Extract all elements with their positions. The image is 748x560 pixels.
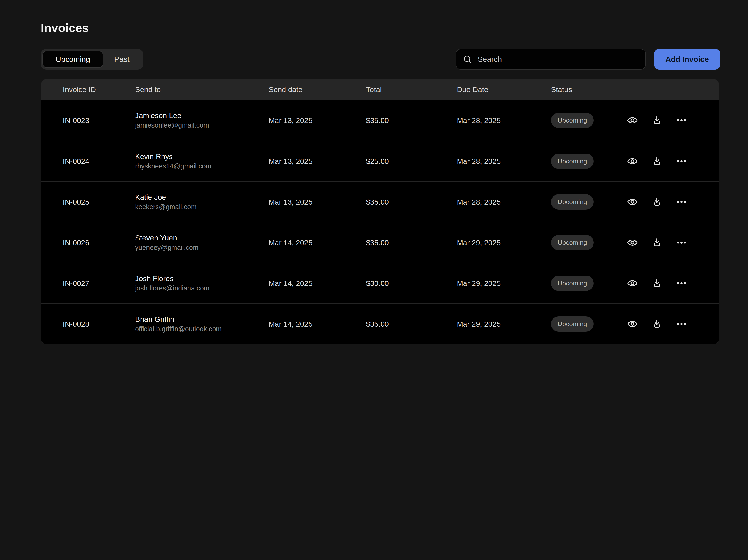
download-icon: [651, 237, 663, 248]
total-cell: $25.00: [366, 157, 457, 166]
status-badge: Upcoming: [551, 153, 594, 169]
send-date-cell: Mar 14, 2025: [268, 320, 366, 328]
more-actions-button[interactable]: [675, 196, 687, 208]
due-date-cell: Mar 28, 2025: [457, 198, 551, 206]
due-date-cell: Mar 29, 2025: [457, 320, 551, 328]
tab-past[interactable]: Past: [103, 51, 141, 67]
send-date-cell: Mar 13, 2025: [268, 116, 366, 125]
download-icon: [651, 155, 663, 167]
eye-icon: [627, 318, 638, 330]
eye-icon: [627, 277, 638, 289]
status-cell: Upcoming: [551, 276, 626, 291]
table-header-row: Invoice ID Send to Send date Total Due D…: [41, 79, 719, 100]
send-to-cell: Kevin Rhys rhysknees14@gmail.com: [135, 151, 268, 171]
invoices-page: Invoices Upcoming Past Add Invoice Invoi…: [0, 0, 748, 560]
download-invoice-button[interactable]: [651, 114, 663, 126]
due-date-cell: Mar 29, 2025: [457, 279, 551, 288]
table-row: IN-0024 Kevin Rhys rhysknees14@gmail.com…: [41, 141, 719, 181]
eye-icon: [627, 196, 638, 208]
more-actions-button[interactable]: [675, 114, 687, 126]
tab-upcoming[interactable]: Upcoming: [43, 51, 103, 67]
invoice-id-cell: IN-0027: [63, 279, 135, 288]
status-cell: Upcoming: [551, 153, 626, 169]
add-invoice-button[interactable]: Add Invoice: [654, 49, 720, 70]
recipient-email: rhysknees14@gmail.com: [135, 162, 268, 171]
header-total: Total: [366, 85, 457, 94]
row-actions: [626, 318, 719, 330]
table-row: IN-0027 Josh Flores josh.flores@indiana.…: [41, 263, 719, 303]
download-icon: [651, 115, 663, 126]
status-badge: Upcoming: [551, 235, 594, 250]
recipient-name: Katie Joe: [135, 192, 268, 202]
total-cell: $35.00: [366, 198, 457, 206]
recipient-name: Josh Flores: [135, 273, 268, 284]
toolbar-right: Add Invoice: [456, 49, 720, 70]
total-cell: $35.00: [366, 116, 457, 125]
due-date-cell: Mar 28, 2025: [457, 116, 551, 125]
view-invoice-button[interactable]: [626, 155, 638, 167]
recipient-email: keekers@gmail.com: [135, 202, 268, 212]
more-actions-button[interactable]: [675, 277, 687, 289]
header-due-date: Due Date: [457, 85, 551, 94]
recipient-name: Steven Yuen: [135, 233, 268, 243]
view-invoice-button[interactable]: [626, 277, 638, 289]
total-cell: $35.00: [366, 239, 457, 247]
ellipsis-icon: [676, 277, 687, 289]
total-cell: $30.00: [366, 279, 457, 288]
page-title: Invoices: [41, 21, 89, 34]
download-invoice-button[interactable]: [651, 196, 663, 208]
header-status: Status: [551, 85, 626, 94]
recipient-name: Jamieson Lee: [135, 111, 268, 121]
download-invoice-button[interactable]: [651, 155, 663, 167]
tab-group: Upcoming Past: [41, 49, 143, 70]
view-invoice-button[interactable]: [626, 196, 638, 208]
recipient-email: jamiesonlee@gmail.com: [135, 121, 268, 130]
recipient-name: Kevin Rhys: [135, 151, 268, 162]
send-date-cell: Mar 14, 2025: [268, 239, 366, 247]
invoice-id-cell: IN-0023: [63, 116, 135, 125]
row-actions: [626, 114, 719, 126]
header-send-date: Send date: [268, 85, 366, 94]
invoice-id-cell: IN-0026: [63, 239, 135, 247]
view-invoice-button[interactable]: [626, 318, 638, 330]
download-invoice-button[interactable]: [651, 237, 663, 249]
ellipsis-icon: [676, 196, 687, 208]
invoices-table: Invoice ID Send to Send date Total Due D…: [41, 79, 719, 344]
more-actions-button[interactable]: [675, 318, 687, 330]
send-to-cell: Brian Griffin official.b.griffin@outlook…: [135, 314, 268, 334]
due-date-cell: Mar 29, 2025: [457, 239, 551, 247]
status-badge: Upcoming: [551, 194, 594, 210]
more-actions-button[interactable]: [675, 237, 687, 249]
recipient-email: josh.flores@indiana.com: [135, 284, 268, 293]
row-actions: [626, 155, 719, 167]
recipient-email: official.b.griffin@outlook.com: [135, 324, 268, 334]
row-actions: [626, 237, 719, 249]
table-row: IN-0025 Katie Joe keekers@gmail.com Mar …: [41, 181, 719, 222]
search-box[interactable]: [456, 49, 646, 70]
search-input[interactable]: [478, 55, 639, 64]
more-actions-button[interactable]: [675, 155, 687, 167]
status-cell: Upcoming: [551, 316, 626, 332]
download-icon: [651, 277, 663, 289]
invoice-id-cell: IN-0024: [63, 157, 135, 166]
table-row: IN-0023 Jamieson Lee jamiesonlee@gmail.c…: [41, 100, 719, 141]
status-badge: Upcoming: [551, 113, 594, 128]
status-cell: Upcoming: [551, 194, 626, 210]
eye-icon: [627, 237, 638, 248]
download-invoice-button[interactable]: [651, 277, 663, 289]
ellipsis-icon: [676, 155, 687, 167]
recipient-email: yueneey@gmail.com: [135, 243, 268, 252]
view-invoice-button[interactable]: [626, 114, 638, 126]
send-date-cell: Mar 13, 2025: [268, 198, 366, 206]
table-row: IN-0026 Steven Yuen yueneey@gmail.com Ma…: [41, 222, 719, 263]
download-invoice-button[interactable]: [651, 318, 663, 330]
send-to-cell: Steven Yuen yueneey@gmail.com: [135, 233, 268, 252]
status-cell: Upcoming: [551, 113, 626, 128]
view-invoice-button[interactable]: [626, 237, 638, 249]
ellipsis-icon: [676, 318, 687, 330]
row-actions: [626, 277, 719, 289]
status-cell: Upcoming: [551, 235, 626, 250]
eye-icon: [627, 155, 638, 167]
invoice-id-cell: IN-0025: [63, 198, 135, 206]
status-badge: Upcoming: [551, 316, 594, 332]
